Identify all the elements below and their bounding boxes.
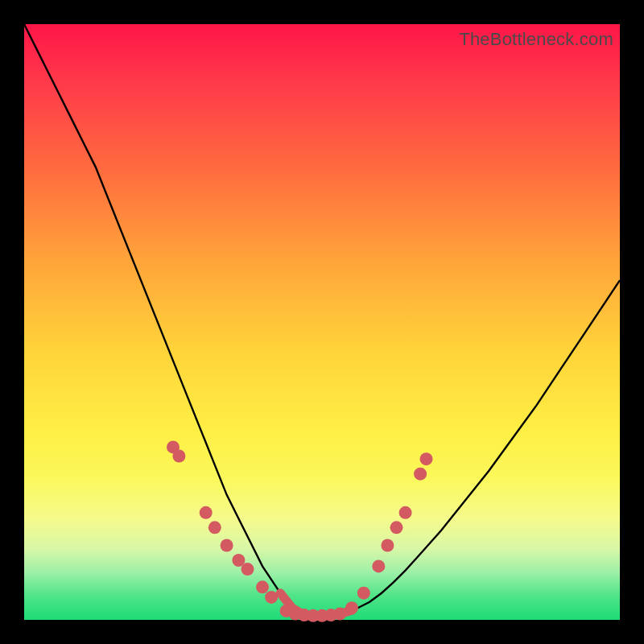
curve-marker bbox=[172, 450, 185, 463]
curve-marker bbox=[242, 563, 254, 576]
curve-marker bbox=[333, 608, 346, 621]
curve-marker bbox=[345, 601, 358, 614]
plot-area: TheBottleneck.com bbox=[24, 24, 620, 620]
curve-marker bbox=[357, 587, 370, 600]
curve-marker bbox=[221, 539, 233, 552]
curve-marker bbox=[390, 521, 403, 534]
curve-marker bbox=[208, 521, 221, 534]
curve-marker bbox=[399, 506, 412, 519]
bottleneck-curve bbox=[24, 24, 620, 617]
chart-frame: TheBottleneck.com bbox=[0, 0, 644, 644]
curve-markers bbox=[167, 440, 433, 621]
curve-marker bbox=[414, 468, 427, 481]
curve-marker bbox=[200, 506, 213, 519]
curve-marker bbox=[372, 559, 385, 572]
curve-marker bbox=[381, 539, 394, 552]
chart-svg bbox=[24, 24, 620, 620]
curve-marker bbox=[420, 452, 433, 465]
curve-marker bbox=[256, 580, 269, 593]
curve-marker bbox=[265, 591, 278, 604]
